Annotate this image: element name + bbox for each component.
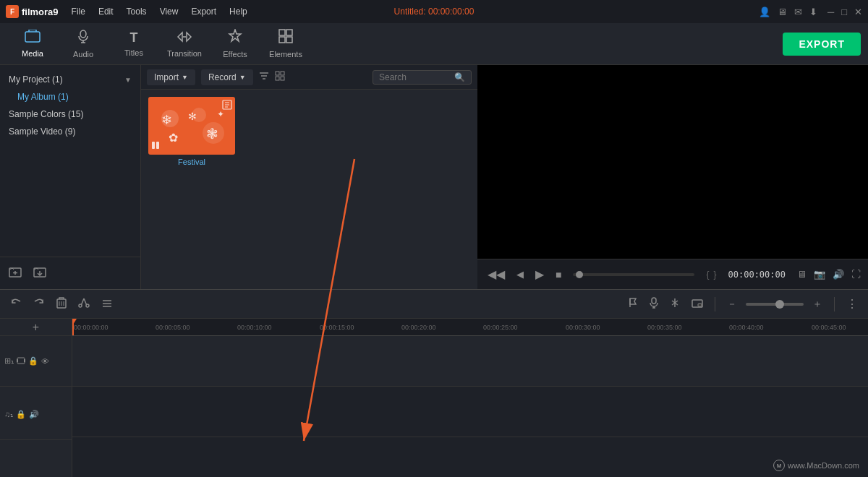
preview-step-back-button[interactable]: ◀ <box>514 267 527 281</box>
download-icon[interactable]: ⬇ <box>809 7 817 17</box>
volume-icon[interactable]: 🔊 <box>833 269 844 280</box>
tree-item-album[interactable]: My Album (1) <box>0 88 140 106</box>
more-options-button[interactable]: ⋮ <box>843 294 861 314</box>
timeline-content: + ⊞₁ 🔒 👁 ♫₁ 🔒 🔊 <box>0 319 868 477</box>
preview-progress-bar[interactable] <box>573 273 694 276</box>
svg-rect-32 <box>156 142 159 149</box>
video-track-lock-icon[interactable]: 🔒 <box>28 356 38 366</box>
fullscreen-icon[interactable]: ⛶ <box>851 269 861 280</box>
menu-file[interactable]: File <box>66 4 91 20</box>
timeline-mix-button[interactable] <box>667 295 683 314</box>
maximize-icon[interactable]: □ <box>841 7 847 17</box>
effects-icon <box>228 29 242 47</box>
menu-tools[interactable]: Tools <box>121 4 153 20</box>
menu-help[interactable]: Help <box>224 4 253 20</box>
toolbar-transition[interactable]: Transition <box>159 26 210 62</box>
svg-rect-8 <box>279 37 285 43</box>
timeline-toolbar: － ＋ ⋮ <box>0 290 868 319</box>
svg-point-39 <box>79 304 82 307</box>
import-button[interactable]: Import ▼ <box>147 69 195 85</box>
left-panel-buttons <box>0 257 141 289</box>
tree-item-colors[interactable]: Sample Colors (15) <box>0 106 140 123</box>
filter-icon[interactable] <box>259 72 269 83</box>
ruler-mark-5: 00:00:25:00 <box>483 324 518 331</box>
add-track-button[interactable]: + <box>30 319 42 337</box>
media-toolbar: Import ▼ Record ▼ <box>141 65 477 90</box>
account-icon[interactable]: 👤 <box>759 7 770 17</box>
svg-rect-56 <box>24 359 25 362</box>
email-icon[interactable]: ✉ <box>794 7 802 17</box>
timeline-ruler: 00:00:00:00 00:00:05:00 00:00:10:00 00:0… <box>72 319 868 336</box>
timeline-pip-button[interactable] <box>689 295 706 314</box>
playhead[interactable] <box>72 319 74 335</box>
toolbar-effects[interactable]: Effects <box>210 26 260 62</box>
tree-item-album-label: My Album (1) <box>17 92 69 102</box>
audio-track-row[interactable] <box>72 387 868 437</box>
timeline: － ＋ ⋮ + ⊞₁ 🔒 <box>0 289 868 477</box>
video-track-eye-icon[interactable]: 👁 <box>41 357 49 366</box>
ruler-mark-8: 00:00:40:00 <box>729 324 764 331</box>
tree-item-video[interactable]: Sample Video (9) <box>0 123 140 140</box>
toolbar-media-label: Media <box>22 49 43 58</box>
toolbar-audio[interactable]: Audio <box>58 26 109 62</box>
zoom-out-button[interactable]: － <box>724 295 740 314</box>
toolbar-media[interactable]: Media <box>7 26 58 62</box>
thumbnail-play-icon <box>151 141 160 152</box>
import-chevron-icon: ▼ <box>182 74 188 81</box>
audio-track-number: ♫₁ <box>4 410 13 419</box>
import-label: Import <box>154 72 179 82</box>
svg-text:❄: ❄ <box>161 113 172 127</box>
new-folder-button[interactable] <box>6 263 25 283</box>
audio-track-volume-icon[interactable]: 🔊 <box>29 410 39 419</box>
cut-button[interactable] <box>75 295 93 314</box>
undo-button[interactable] <box>7 294 25 314</box>
toolbar-titles[interactable]: T Titles <box>109 26 159 62</box>
monitor-icon[interactable]: 🖥 <box>778 7 787 17</box>
close-icon[interactable]: ✕ <box>854 7 862 17</box>
search-input[interactable] <box>379 72 451 82</box>
record-chevron-icon: ▼ <box>239 74 246 81</box>
minimize-icon[interactable]: ─ <box>827 7 834 17</box>
menu-view[interactable]: View <box>154 4 184 20</box>
svg-text:❃: ❃ <box>206 126 218 142</box>
record-button[interactable]: Record ▼ <box>201 69 253 85</box>
menu-export[interactable]: Export <box>185 4 222 20</box>
preview-video-area <box>477 65 868 259</box>
menu-edit[interactable]: Edit <box>93 4 119 20</box>
zoom-slider[interactable] <box>746 303 804 306</box>
middle-section: My Project (1) ▼ My Album (1) Sample Col… <box>0 65 868 289</box>
preview-play-button[interactable]: ▶ <box>532 266 547 283</box>
svg-rect-17 <box>276 77 279 80</box>
svg-line-41 <box>82 298 85 305</box>
toolbar-transition-label: Transition <box>167 49 202 58</box>
monitor-preview-icon[interactable]: 🖥 <box>797 269 807 280</box>
export-button[interactable]: EXPORT <box>783 33 861 56</box>
more-tools-button[interactable] <box>98 295 116 314</box>
zoom-in-button[interactable]: ＋ <box>809 295 825 314</box>
timeline-mic-button[interactable] <box>647 294 661 314</box>
media-thumbnail-festival[interactable]: ❄ ✻ ❃ ✿ ✦ <box>148 97 235 166</box>
grid-view-icon[interactable] <box>275 71 285 83</box>
svg-text:✿: ✿ <box>169 132 178 144</box>
timeline-tracks-left: + ⊞₁ 🔒 👁 ♫₁ 🔒 🔊 <box>0 319 72 477</box>
screenshot-icon[interactable]: 📷 <box>814 269 825 280</box>
svg-marker-5 <box>229 30 241 41</box>
preview-screen-buttons: 🖥 📷 🔊 ⛶ <box>797 269 861 280</box>
video-track-row[interactable] <box>72 336 868 387</box>
redo-button[interactable] <box>30 294 48 314</box>
preview-stop-button[interactable]: ■ <box>553 267 564 282</box>
media-content: ❄ ✻ ❃ ✿ ✦ <box>141 90 477 289</box>
toolbar-elements[interactable]: Elements <box>260 26 311 62</box>
bracket-start-icon[interactable]: { <box>706 270 709 280</box>
tree-item-project[interactable]: My Project (1) ▼ <box>0 71 140 88</box>
bracket-end-icon[interactable]: } <box>714 270 717 280</box>
app-logo: F filmora9 <box>6 5 59 18</box>
preview-rewind-button[interactable]: ◀◀ <box>485 266 508 283</box>
import-folder-button[interactable] <box>30 263 49 283</box>
timeline-flag-button[interactable] <box>625 295 641 314</box>
tree-item-colors-label: Sample Colors (15) <box>9 109 83 119</box>
zoom-separator <box>715 297 715 311</box>
svg-rect-54 <box>17 358 25 364</box>
delete-button[interactable] <box>54 294 69 314</box>
audio-track-lock-icon[interactable]: 🔒 <box>16 410 26 419</box>
